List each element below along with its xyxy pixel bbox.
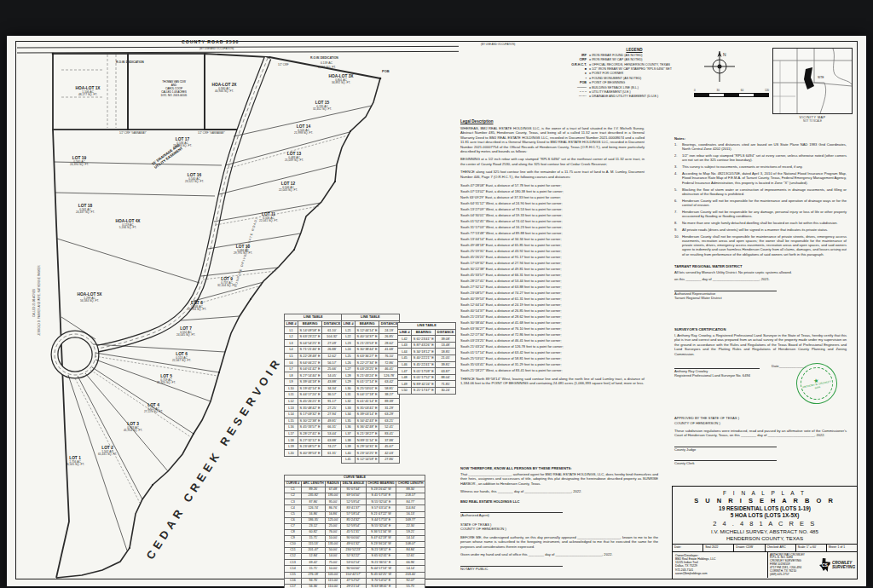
legend-label: = DRAINAGE AND UTILITY EASEMENT (D.U.E.) [589, 95, 708, 99]
owner-developer-info: Owner/Developer:BMJ Real Estate Holdings… [673, 552, 768, 578]
curve-table-row: C516.86'16.86'57°18'14"S 21°47'22" W16.1… [285, 511, 425, 517]
line-table-3-col: LINE # [398, 329, 412, 336]
row-dedication-left: R.O.W. DEDICATION [116, 61, 144, 64]
west-owner-line1: CALLED 21.08 ACRES [32, 289, 36, 317]
note-number: 5. [674, 187, 682, 197]
approval-body: These subdivision regulations were intro… [674, 429, 847, 438]
county-judge-label: County Judge [674, 447, 847, 453]
notary-public-label: NOTARY PUBLIC [460, 567, 658, 572]
legal-call: South 13°27'09" West, a distance of 73.5… [460, 206, 645, 212]
cirf-note-3: 1/2" CIRF [278, 64, 289, 66]
note-item: 5. Blocking the flow of storm water or c… [674, 187, 847, 197]
dedication-company: BMJ REAL ESTATE HOLDINGS LLC [460, 499, 658, 504]
dedication-witness: Witness our hands, this ________ day of … [460, 489, 658, 494]
line-table-1-col: BEARING [298, 320, 322, 327]
line-table-row: L11S 44°17'20" E36.57' [285, 392, 343, 399]
title-meta-cell: Seal 2022 [703, 545, 734, 551]
curve-table-col: CHORD BEARING [366, 481, 396, 487]
vicinity-map: SITE VICINITY MAP NOT TO SCALE [772, 48, 853, 123]
surveyor-line: (469) 425-2757 [770, 574, 819, 577]
lot-label-14: LOT 140.505 AC21,998 SQ. FT. [294, 124, 313, 135]
legal-call: South 47°28'08" East, a distance of 57.7… [460, 182, 645, 188]
curve-table-col: CHORD LENGTH [396, 481, 425, 487]
vicinity-site-label: SITE [818, 76, 824, 79]
note-item: 4. According to Map No. 48213C0570E, dat… [674, 171, 847, 185]
legal-call: South 40°14'37" East, a distance of 26.8… [460, 308, 645, 314]
lot-label-18: LOT 180.561 AC24,437 SQ. FT. [76, 204, 95, 215]
vicinity-sub-caption: NOT TO SCALE [772, 119, 853, 123]
legal-call: South 21°23'53" East, a distance of 28.6… [460, 314, 645, 320]
legal-call: South 13°44'14" East, a distance of 34.3… [460, 236, 645, 242]
lot-label-8: LOT 80.546 AC23,784 SQ. FT. [188, 301, 206, 312]
note-text: 1/2" iron rebar with cap stamped "RPLS 6… [682, 153, 847, 163]
note-item: 1. Bearings, coordinates and distances c… [674, 142, 847, 152]
curve-table-row: C189.26'67.48'91°07'44"S 23°26'42" W88.3… [285, 487, 425, 493]
line-table-row: L49N 89°42'24" E71.85' [398, 381, 456, 388]
curve-table-col: CURVE # [285, 481, 302, 487]
dedication-agent: (Authorized Agent) [460, 513, 658, 518]
line-table-row: L35S 34°42'43" E63.21' [342, 418, 400, 424]
survey-abstract: I.V. MICHELLI SURVEY, ABSTRACT NO. 485 [673, 528, 857, 534]
line-table-row: L13S 35°48'42" E27.25' [285, 405, 343, 412]
surveyor-info: ANTHONY RAY CROWLEYR.P.L.S. NO. 6494CROW… [768, 552, 857, 578]
note-number: 9. [674, 228, 682, 232]
lot-label-16: LOT 160.540 AC23,522 SQ. FT. [185, 173, 204, 184]
row-area: 0.139 AC [321, 61, 332, 65]
line-table-row: L22S 40°14'37" E26.85' [342, 333, 400, 340]
note-item: 2. 1/2" iron rebar with cap stamped "RPL… [674, 153, 847, 163]
note-text: Blocking the flow of storm water or cons… [682, 187, 847, 197]
lot-label-12: LOT 120.506 AC22,043 SQ. FT. [279, 182, 298, 193]
curve-table-col: ARC LENGTH [301, 481, 325, 487]
curve-table-row: C10115.53'135.00'49°01'32"S 23°36'24" W1… [285, 542, 425, 548]
approval-block: APPROVED BY THE STATE OF TEXAS ) COUNTY … [674, 416, 847, 466]
line-table-row: L25S 63°36'27" E76.10' [342, 353, 400, 360]
legal-call: South 45°33'57" East, a distance of 66.3… [460, 272, 645, 278]
curve-table-row: C915.71'10.00'90°00'00"S 47°42'19" W14.1… [285, 535, 425, 541]
note-number: 3. [674, 164, 682, 169]
line-table-3: LINE TABLE LINE #BEARINGDISTANCE L42S 61… [397, 322, 456, 395]
curve-table-row: C6186.35'125.00'85°24'32"S 44°17'53" E16… [285, 517, 425, 523]
subdivision-name: S U N R I S E H A R B O R [673, 497, 857, 504]
vicinity-map-box: SITE [772, 48, 853, 114]
curve-table-row: C15276.18'105.00'150°42'17"N 45°42'25" W… [285, 572, 425, 578]
line-table-row: L37S 21°18'27" E83.41' [342, 430, 400, 437]
row-sqft: 6,056 SQ. FT. [318, 66, 336, 69]
curve-table-row: C1756.36'110.00'29°21'14"N 63°38'41" E55… [285, 584, 425, 588]
note-number: 4. [674, 171, 682, 185]
line-table-row: L41S 12°14'59" E27.86' [342, 457, 400, 464]
line-table-row: L19S 23°08'57" E74.27' [285, 443, 343, 450]
note-item: 6. Henderson County will not be responsi… [674, 199, 847, 208]
lot-label-13: LOT 130.483 AC21,039 SQ. FT. [285, 152, 304, 163]
legend-item: –··–·· = DRAINAGE AND UTILITY EASEMENT (… [561, 95, 708, 99]
lot-label-7: LOT 70.552 AC24,045 SQ. FT. [176, 326, 195, 337]
legal-call: South 07°13'02" East, a distance of 180.… [460, 188, 645, 194]
curve-table-row: C723.12'25.00'52°59'54"N 55°32'04" E22.3… [285, 523, 425, 529]
line-table-row: L23S 21°23'53" E28.62' [342, 340, 400, 347]
lots-line2: 5 HOA LOTS (LOTS 1X-5X) [673, 512, 857, 518]
svg-text:N: N [723, 52, 726, 57]
lot-label-4: LOT 40.625 AC27,225 SQ. FT. [144, 403, 163, 414]
line-table-row: L7S 04°01'42" E25.66' [285, 366, 343, 372]
legal-closing: THENCE North 89°58'14" West, leaving sai… [460, 377, 645, 386]
notes-block: Notes: 1. Bearings, coordinates and dist… [674, 136, 847, 301]
line-table-2: LINE TABLE LINE #BEARINGDISTANCE L21S 12… [341, 314, 400, 464]
line-table-row: L24S 30°38'44" E41.68' [342, 346, 400, 353]
lot-label-11: LOT 110.506 AC22,041 SQ. FT. [259, 212, 278, 223]
line-table-row: L48S 01°17'52" E88.04' [398, 374, 456, 381]
curve-table-row: C1369.42'75.00'53°02'14"N 21°36'51" E66.… [285, 560, 425, 566]
title-meta-cell: Checked: ARC [766, 545, 796, 551]
line-table-row: L27S 03°23'25" E46.41' [342, 366, 400, 372]
note-text: This survey is subject to easements, cov… [682, 164, 803, 169]
curve-table-row: C1694.76'115.00'47°12'52"S 70°14'52" E92… [285, 578, 425, 584]
note-number: 7. [674, 210, 682, 219]
texas-logo-icon: CS [819, 558, 830, 572]
note-text: All private roads (drives and streets) w… [682, 228, 828, 232]
curve-table-row: C4126.74'86.76'83°41'37"S 57°43'14" E114… [285, 505, 425, 511]
note-number: 6. [674, 199, 682, 208]
line-table-row: L17S 28°27'41" E53.44' [285, 430, 343, 437]
line-table-row: L39S 29°14'31" E45.67' [342, 443, 400, 450]
lot-label-1: LOT 11.756 AC76,505 SQ. FT. [66, 456, 84, 467]
legal-call: South 27°32'12" East, a distance of 63.8… [460, 284, 645, 290]
cert-heading: SURVEYOR'S CERTIFICATION [674, 327, 847, 331]
legal-call: South 63°36'27" East, a distance of 76.1… [460, 326, 645, 331]
